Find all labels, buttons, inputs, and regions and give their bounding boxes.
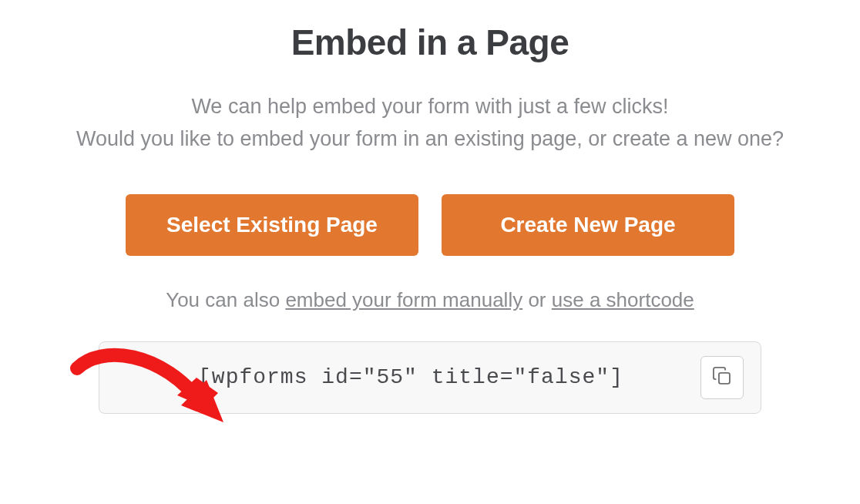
copy-icon <box>711 365 733 390</box>
helper-middle: or <box>522 288 552 311</box>
subtitle-line-1: We can help embed your form with just a … <box>191 95 668 118</box>
embed-manually-link[interactable]: embed your form manually <box>285 288 522 311</box>
create-new-page-button[interactable]: Create New Page <box>442 194 734 256</box>
copy-shortcode-button[interactable] <box>700 356 744 399</box>
embed-dialog: Embed in a Page We can help embed your f… <box>0 0 860 414</box>
shortcode-box: [wpforms id="55" title="false"] <box>99 341 761 414</box>
helper-prefix: You can also <box>166 288 285 311</box>
helper-text: You can also embed your form manually or… <box>0 288 860 312</box>
subtitle-line-2: Would you like to embed your form in an … <box>76 127 784 150</box>
use-shortcode-link[interactable]: use a shortcode <box>552 288 694 311</box>
svg-rect-0 <box>719 373 730 384</box>
dialog-title: Embed in a Page <box>0 22 860 63</box>
dialog-subtitle: We can help embed your form with just a … <box>0 91 860 156</box>
button-row: Select Existing Page Create New Page <box>0 194 860 256</box>
select-existing-page-button[interactable]: Select Existing Page <box>126 194 418 256</box>
shortcode-text: [wpforms id="55" title="false"] <box>121 365 700 389</box>
